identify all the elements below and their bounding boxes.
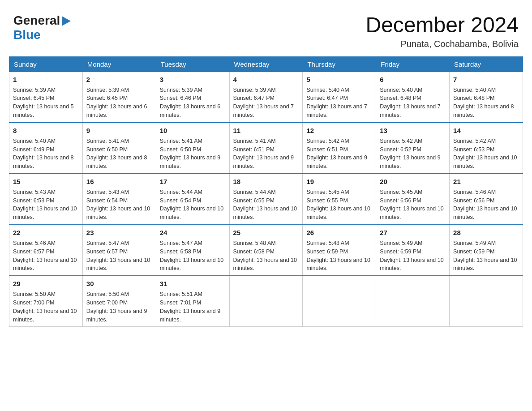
table-row: 24 Sunrise: 5:47 AMSunset: 6:58 PMDaylig… <box>156 225 229 276</box>
day-number: 23 <box>86 228 152 238</box>
day-info: Sunrise: 5:44 AMSunset: 6:54 PMDaylight:… <box>160 189 223 221</box>
day-number: 12 <box>306 126 372 136</box>
table-row <box>450 276 523 327</box>
table-row: 10 Sunrise: 5:41 AMSunset: 6:50 PMDaylig… <box>156 123 229 174</box>
calendar-header-row: Sunday Monday Tuesday Wednesday Thursday… <box>9 56 523 72</box>
day-info: Sunrise: 5:39 AMSunset: 6:46 PMDaylight:… <box>160 87 221 119</box>
day-number: 29 <box>13 279 79 289</box>
day-number: 15 <box>13 177 79 187</box>
day-info: Sunrise: 5:46 AMSunset: 6:57 PMDaylight:… <box>13 240 77 272</box>
day-info: Sunrise: 5:49 AMSunset: 6:59 PMDaylight:… <box>453 240 517 272</box>
table-row: 8 Sunrise: 5:40 AMSunset: 6:49 PMDayligh… <box>9 123 83 174</box>
day-number: 2 <box>86 75 152 85</box>
logo-blue-text: Blue <box>13 28 41 42</box>
day-info: Sunrise: 5:40 AMSunset: 6:47 PMDaylight:… <box>306 87 367 119</box>
day-number: 26 <box>306 228 372 238</box>
table-row: 26 Sunrise: 5:48 AMSunset: 6:59 PMDaylig… <box>303 225 376 276</box>
day-info: Sunrise: 5:41 AMSunset: 6:50 PMDaylight:… <box>86 138 147 170</box>
day-number: 25 <box>233 228 299 238</box>
page-header: General Blue December 2024 Punata, Cocha… <box>9 9 523 49</box>
table-row: 28 Sunrise: 5:49 AMSunset: 6:59 PMDaylig… <box>450 225 523 276</box>
table-row <box>303 276 376 327</box>
calendar-week-row: 29 Sunrise: 5:50 AMSunset: 7:00 PMDaylig… <box>9 276 523 327</box>
day-number: 6 <box>380 75 446 85</box>
day-info: Sunrise: 5:46 AMSunset: 6:56 PMDaylight:… <box>453 189 517 221</box>
table-row: 22 Sunrise: 5:46 AMSunset: 6:57 PMDaylig… <box>9 225 83 276</box>
table-row: 13 Sunrise: 5:42 AMSunset: 6:52 PMDaylig… <box>376 123 450 174</box>
table-row: 21 Sunrise: 5:46 AMSunset: 6:56 PMDaylig… <box>450 174 523 225</box>
day-info: Sunrise: 5:42 AMSunset: 6:51 PMDaylight:… <box>306 138 367 170</box>
day-number: 14 <box>453 126 519 136</box>
day-info: Sunrise: 5:41 AMSunset: 6:51 PMDaylight:… <box>233 138 294 170</box>
table-row: 17 Sunrise: 5:44 AMSunset: 6:54 PMDaylig… <box>156 174 229 225</box>
day-number: 19 <box>306 177 372 187</box>
day-info: Sunrise: 5:51 AMSunset: 7:01 PMDaylight:… <box>160 291 221 323</box>
table-row: 20 Sunrise: 5:45 AMSunset: 6:56 PMDaylig… <box>376 174 450 225</box>
day-info: Sunrise: 5:45 AMSunset: 6:56 PMDaylight:… <box>380 189 443 221</box>
calendar-week-row: 8 Sunrise: 5:40 AMSunset: 6:49 PMDayligh… <box>9 123 523 174</box>
table-row: 14 Sunrise: 5:42 AMSunset: 6:53 PMDaylig… <box>450 123 523 174</box>
calendar-week-row: 1 Sunrise: 5:39 AMSunset: 6:45 PMDayligh… <box>9 72 523 123</box>
col-wednesday: Wednesday <box>229 56 303 72</box>
day-info: Sunrise: 5:39 AMSunset: 6:45 PMDaylight:… <box>86 87 147 119</box>
day-info: Sunrise: 5:50 AMSunset: 7:00 PMDaylight:… <box>86 291 147 323</box>
day-info: Sunrise: 5:45 AMSunset: 6:55 PMDaylight:… <box>306 189 370 221</box>
day-info: Sunrise: 5:40 AMSunset: 6:48 PMDaylight:… <box>380 87 441 119</box>
table-row: 11 Sunrise: 5:41 AMSunset: 6:51 PMDaylig… <box>229 123 303 174</box>
day-number: 18 <box>233 177 299 187</box>
day-number: 17 <box>160 177 226 187</box>
day-info: Sunrise: 5:40 AMSunset: 6:48 PMDaylight:… <box>453 87 514 119</box>
day-number: 7 <box>453 75 519 85</box>
day-number: 10 <box>160 126 226 136</box>
table-row <box>229 276 303 327</box>
day-info: Sunrise: 5:43 AMSunset: 6:53 PMDaylight:… <box>13 189 77 221</box>
day-number: 22 <box>13 228 79 238</box>
table-row: 12 Sunrise: 5:42 AMSunset: 6:51 PMDaylig… <box>303 123 376 174</box>
table-row: 27 Sunrise: 5:49 AMSunset: 6:59 PMDaylig… <box>376 225 450 276</box>
col-sunday: Sunday <box>9 56 83 72</box>
table-row: 3 Sunrise: 5:39 AMSunset: 6:46 PMDayligh… <box>156 72 229 123</box>
table-row: 1 Sunrise: 5:39 AMSunset: 6:45 PMDayligh… <box>9 72 83 123</box>
table-row: 2 Sunrise: 5:39 AMSunset: 6:45 PMDayligh… <box>82 72 156 123</box>
day-number: 30 <box>86 279 152 289</box>
day-number: 1 <box>13 75 79 85</box>
day-info: Sunrise: 5:42 AMSunset: 6:53 PMDaylight:… <box>453 138 517 170</box>
day-number: 4 <box>233 75 299 85</box>
day-info: Sunrise: 5:48 AMSunset: 6:59 PMDaylight:… <box>306 240 370 272</box>
logo-arrow-icon <box>62 16 71 26</box>
day-number: 21 <box>453 177 519 187</box>
col-friday: Friday <box>376 56 450 72</box>
table-row: 30 Sunrise: 5:50 AMSunset: 7:00 PMDaylig… <box>82 276 156 327</box>
day-info: Sunrise: 5:47 AMSunset: 6:57 PMDaylight:… <box>86 240 150 272</box>
table-row: 6 Sunrise: 5:40 AMSunset: 6:48 PMDayligh… <box>376 72 450 123</box>
day-info: Sunrise: 5:40 AMSunset: 6:49 PMDaylight:… <box>13 138 74 170</box>
day-number: 27 <box>380 228 446 238</box>
day-info: Sunrise: 5:39 AMSunset: 6:45 PMDaylight:… <box>13 87 74 119</box>
day-number: 3 <box>160 75 226 85</box>
col-thursday: Thursday <box>303 56 376 72</box>
calendar-table: Sunday Monday Tuesday Wednesday Thursday… <box>9 56 523 327</box>
location-subtitle: Punata, Cochabamba, Bolivia <box>365 39 519 49</box>
day-info: Sunrise: 5:48 AMSunset: 6:58 PMDaylight:… <box>233 240 297 272</box>
table-row: 29 Sunrise: 5:50 AMSunset: 7:00 PMDaylig… <box>9 276 83 327</box>
table-row: 4 Sunrise: 5:39 AMSunset: 6:47 PMDayligh… <box>229 72 303 123</box>
month-title: December 2024 <box>365 13 519 37</box>
table-row: 18 Sunrise: 5:44 AMSunset: 6:55 PMDaylig… <box>229 174 303 225</box>
table-row: 9 Sunrise: 5:41 AMSunset: 6:50 PMDayligh… <box>82 123 156 174</box>
logo-general-text: General <box>13 13 60 28</box>
table-row: 19 Sunrise: 5:45 AMSunset: 6:55 PMDaylig… <box>303 174 376 225</box>
day-number: 13 <box>380 126 446 136</box>
day-number: 31 <box>160 279 226 289</box>
day-number: 8 <box>13 126 79 136</box>
svg-marker-0 <box>62 16 71 26</box>
table-row: 5 Sunrise: 5:40 AMSunset: 6:47 PMDayligh… <box>303 72 376 123</box>
calendar-week-row: 15 Sunrise: 5:43 AMSunset: 6:53 PMDaylig… <box>9 174 523 225</box>
day-info: Sunrise: 5:41 AMSunset: 6:50 PMDaylight:… <box>160 138 221 170</box>
table-row: 15 Sunrise: 5:43 AMSunset: 6:53 PMDaylig… <box>9 174 83 225</box>
table-row: 23 Sunrise: 5:47 AMSunset: 6:57 PMDaylig… <box>82 225 156 276</box>
table-row: 31 Sunrise: 5:51 AMSunset: 7:01 PMDaylig… <box>156 276 229 327</box>
table-row: 25 Sunrise: 5:48 AMSunset: 6:58 PMDaylig… <box>229 225 303 276</box>
title-area: December 2024 Punata, Cochabamba, Bolivi… <box>365 13 519 49</box>
day-info: Sunrise: 5:50 AMSunset: 7:00 PMDaylight:… <box>13 291 77 323</box>
table-row: 7 Sunrise: 5:40 AMSunset: 6:48 PMDayligh… <box>450 72 523 123</box>
